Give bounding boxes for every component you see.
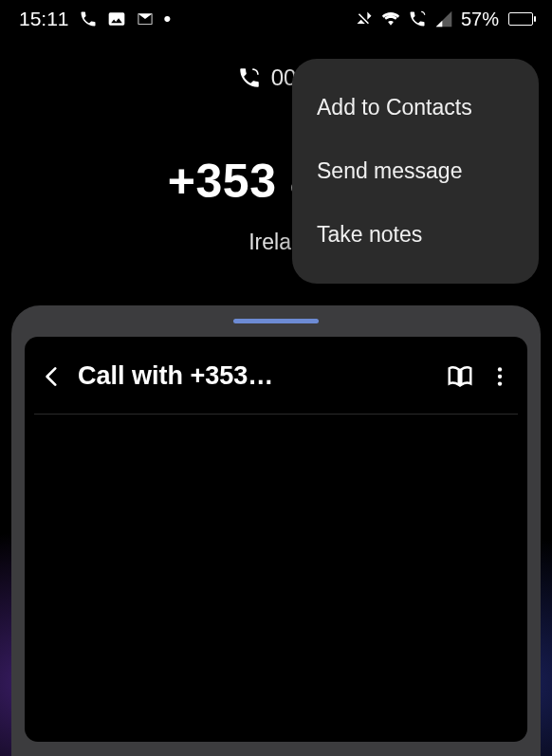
- book-icon[interactable]: [446, 362, 474, 391]
- more-icon[interactable]: [488, 364, 512, 389]
- notes-inner: Call with +353…: [25, 337, 527, 742]
- svg-point-1: [498, 374, 502, 378]
- svg-point-2: [498, 381, 502, 385]
- svg-point-0: [498, 367, 502, 371]
- gallery-icon: [107, 9, 126, 28]
- vibrate-icon: [355, 9, 374, 28]
- notes-header: Call with +353…: [34, 337, 518, 415]
- wifi-icon: [381, 9, 400, 28]
- status-bar: 15:11 • 57%: [0, 0, 552, 36]
- wifi-calling-small-icon: [237, 65, 262, 90]
- status-left: 15:11 •: [19, 8, 171, 30]
- status-time: 15:11: [19, 8, 69, 30]
- status-right: 57%: [355, 9, 533, 30]
- menu-take-notes[interactable]: Take notes: [292, 203, 539, 267]
- notes-body[interactable]: [34, 415, 518, 738]
- gmail-icon: [136, 9, 155, 28]
- battery-icon: [508, 12, 533, 26]
- menu-send-message[interactable]: Send message: [292, 139, 539, 203]
- signal-icon: [434, 9, 453, 28]
- notes-title: Call with +353…: [78, 361, 432, 391]
- drag-handle[interactable]: [233, 319, 319, 323]
- wifi-calling-icon: [408, 9, 427, 28]
- battery-percent: 57%: [461, 9, 499, 30]
- notes-panel[interactable]: Call with +353…: [11, 305, 541, 756]
- back-icon[interactable]: [40, 364, 64, 389]
- phone-icon: [79, 9, 98, 28]
- context-menu: Add to Contacts Send message Take notes: [292, 59, 539, 284]
- menu-add-to-contacts[interactable]: Add to Contacts: [292, 76, 539, 139]
